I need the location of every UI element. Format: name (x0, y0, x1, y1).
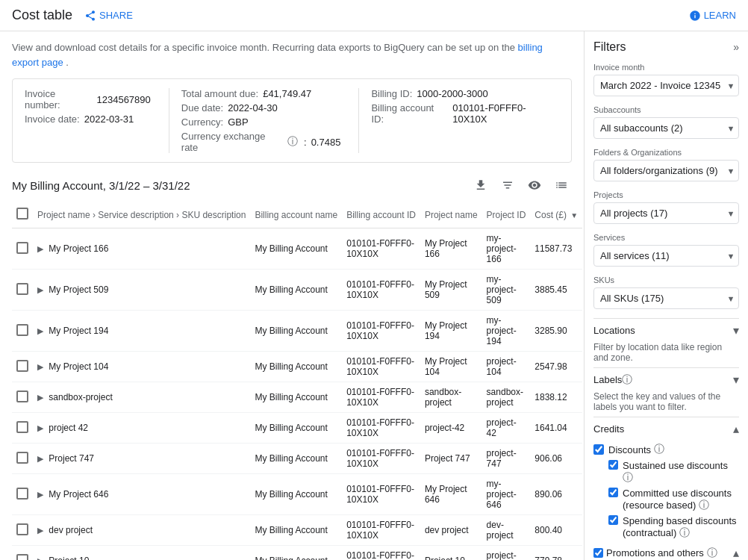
cell-project-name-8: dev project (420, 515, 482, 546)
row-checkbox-3[interactable] (16, 360, 28, 372)
group-button[interactable] (497, 175, 518, 196)
row-checkbox-4[interactable] (16, 391, 28, 402)
table-row: ▶ My Project 509 My Billing Account 0101… (12, 270, 582, 311)
filter-folders: Folders & Organizations All folders/orga… (593, 148, 739, 181)
credits-filter-header[interactable]: Credits ▴ (593, 417, 739, 441)
credits-content: Discounts ⓘ Sustained use discounts ⓘ Co… (593, 441, 739, 541)
cell-cost-4: 1838.12 (530, 382, 582, 413)
sustained-use-checkbox[interactable] (608, 460, 618, 470)
density-button[interactable] (551, 175, 572, 196)
cell-project-id-1: my-project-509 (482, 270, 531, 311)
invoice-info: Invoice number: 1234567890 Invoice date:… (12, 78, 572, 163)
cell-billing-account-name-5: My Billing Account (250, 413, 342, 444)
services-select[interactable]: All services (11) (593, 245, 739, 267)
expand-icon-0[interactable]: ▶ (37, 244, 43, 253)
promotions-others-checkbox[interactable] (593, 548, 603, 558)
filter-subaccounts: Subaccounts All subaccounts (2) ▾ (593, 105, 739, 139)
invoice-month-select[interactable]: March 2022 - Invoice 1234567890 (593, 75, 739, 96)
cell-project-name-5: project-42 (420, 413, 482, 444)
table-row: ▶ dev project My Billing Account 010101-… (12, 515, 582, 546)
row-checkbox-1[interactable] (16, 283, 28, 295)
col-project-id: Project ID (482, 202, 531, 228)
cell-project-id-7: my-project-646 (482, 474, 531, 515)
cell-project-id-9: project-10 (482, 546, 531, 561)
visibility-button[interactable] (524, 175, 545, 196)
cell-billing-account-id-0: 010101-F0FFF0-10X10X (342, 228, 420, 270)
expand-icon-8[interactable]: ▶ (37, 526, 43, 535)
cell-project-name-7: My Project 646 (420, 474, 482, 515)
invoice-col-right: Billing ID: 1000-2000-3000 Billing accou… (358, 88, 559, 153)
discounts-checkbox[interactable] (593, 444, 604, 455)
cell-project-id-0: my-project-166 (482, 228, 531, 270)
row-checkbox-5[interactable] (16, 421, 28, 433)
invoice-col-mid: Total amount due: £41,749.47 Due date: 2… (169, 88, 341, 153)
expand-icon-4[interactable]: ▶ (37, 393, 43, 402)
row-checkbox-9[interactable] (16, 554, 28, 561)
promotions-help-icon[interactable]: ⓘ (707, 547, 717, 560)
table-actions (470, 175, 572, 196)
cell-cost-0: 11587.73 (530, 228, 582, 270)
table-row: ▶ My Project 646 My Billing Account 0101… (12, 474, 582, 515)
projects-select[interactable]: All projects (17) (593, 202, 739, 224)
labels-collapse-icon: ▾ (733, 373, 739, 387)
expand-icon-1[interactable]: ▶ (37, 285, 43, 294)
cell-billing-account-name-1: My Billing Account (250, 270, 342, 311)
filter-invoice-month: Invoice month March 2022 - Invoice 12345… (593, 63, 739, 96)
cell-project-id-8: dev-project (482, 515, 531, 546)
col-cost[interactable]: Cost (£) ▼ (530, 202, 582, 228)
locations-collapse-icon: ▾ (733, 323, 739, 337)
cell-billing-account-id-1: 010101-F0FFF0-10X10X (342, 270, 420, 311)
cell-billing-account-name-9: My Billing Account (250, 546, 342, 561)
description-text: View and download cost details for a spe… (12, 40, 572, 69)
cell-project-4: ▶ sandbox-project (33, 382, 250, 413)
locations-filter-header[interactable]: Locations ▾ (593, 318, 739, 342)
labels-help-icon[interactable]: ⓘ (622, 373, 632, 387)
spending-help-icon[interactable]: ⓘ (679, 526, 690, 538)
spending-based-checkbox[interactable] (608, 515, 618, 525)
invoice-col-left: Invoice number: 1234567890 Invoice date:… (25, 88, 151, 153)
sustained-help-icon[interactable]: ⓘ (623, 471, 633, 483)
download-button[interactable] (470, 175, 491, 196)
cell-billing-account-name-7: My Billing Account (250, 474, 342, 515)
cell-project-3: ▶ My Project 104 (33, 352, 250, 382)
promotions-collapse-icon: ▴ (733, 546, 739, 560)
expand-icon-9[interactable]: ▶ (37, 556, 43, 560)
row-checkbox-2[interactable] (16, 324, 28, 336)
expand-icon-7[interactable]: ▶ (37, 490, 43, 499)
discounts-help-icon[interactable]: ⓘ (654, 443, 664, 456)
table-row: ▶ project 42 My Billing Account 010101-F… (12, 413, 582, 444)
cell-billing-account-name-8: My Billing Account (250, 515, 342, 546)
row-checkbox-7[interactable] (16, 488, 28, 500)
cell-project-id-4: sandbox-project (482, 382, 531, 413)
cell-cost-2: 3285.90 (530, 311, 582, 352)
labels-filter-header[interactable]: Labels ⓘ ▾ (593, 367, 739, 391)
select-all-checkbox[interactable] (16, 208, 28, 220)
exchange-help-icon[interactable]: ⓘ (287, 135, 298, 149)
share-icon (84, 10, 96, 22)
skus-select[interactable]: All SKUs (175) (593, 287, 739, 309)
committed-help-icon[interactable]: ⓘ (699, 499, 709, 511)
expand-icon-2[interactable]: ▶ (37, 326, 43, 335)
folders-select[interactable]: All folders/organizations (9) (593, 160, 739, 181)
expand-icon-5[interactable]: ▶ (37, 423, 43, 432)
promotions-filter-header[interactable]: Promotions and others ⓘ ▴ (593, 541, 739, 560)
expand-icon-6[interactable]: ▶ (37, 454, 43, 463)
subaccounts-select[interactable]: All subaccounts (2) (593, 117, 739, 139)
row-checkbox-6[interactable] (16, 452, 28, 464)
cell-cost-8: 800.40 (530, 515, 582, 546)
col-project: Project name › Service description › SKU… (33, 202, 250, 228)
filters-panel: Filters » Invoice month March 2022 - Inv… (584, 31, 748, 560)
expand-icon-3[interactable]: ▶ (37, 362, 43, 371)
row-checkbox-8[interactable] (16, 523, 28, 535)
table-row: ▶ My Project 104 My Billing Account 0101… (12, 352, 582, 382)
table-row: ▶ My Project 166 My Billing Account 0101… (12, 228, 582, 270)
filter-projects: Projects All projects (17) ▾ (593, 190, 739, 224)
cell-billing-account-id-5: 010101-F0FFF0-10X10X (342, 413, 420, 444)
table-row: ▶ sandbox-project My Billing Account 010… (12, 382, 582, 413)
row-checkbox-0[interactable] (16, 242, 28, 254)
table-title: My Billing Account, 3/1/22 – 3/31/22 (12, 179, 190, 192)
committed-use-checkbox[interactable] (608, 488, 618, 497)
collapse-filters-button[interactable]: » (733, 41, 739, 53)
share-button[interactable]: SHARE (84, 10, 133, 22)
learn-button[interactable]: LEARN (689, 10, 736, 22)
